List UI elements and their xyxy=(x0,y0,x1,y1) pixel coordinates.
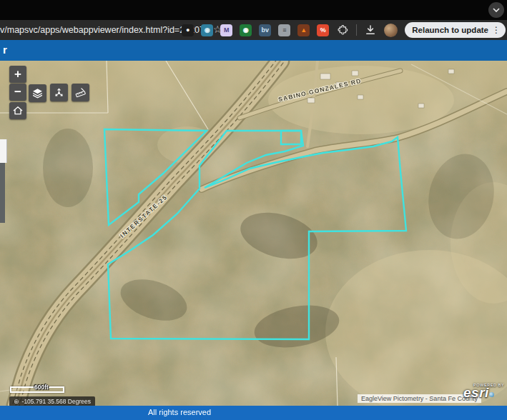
coordinates-text: -105.791 35.568 Degrees xyxy=(22,398,91,405)
bv-extension-icon[interactable]: bv xyxy=(259,24,271,36)
green-dot-extension-icon[interactable]: ◉ xyxy=(240,24,252,36)
relaunch-update-button[interactable]: Relaunch to update ⋮ xyxy=(405,22,506,38)
home-extent-button[interactable] xyxy=(9,102,26,119)
m-extension-icon[interactable]: M xyxy=(220,24,232,36)
share-arrows-icon xyxy=(53,86,65,99)
browser-toolbar: v/mapsvc/apps/webappviewer/index.html?id… xyxy=(0,20,507,41)
scale-bar-label: 600ft xyxy=(34,384,49,391)
home-icon xyxy=(12,105,24,116)
screen: { "browser": { "url": "v/mapsvc/apps/web… xyxy=(0,0,507,420)
share-button[interactable] xyxy=(50,84,68,101)
zoom-out-button[interactable]: − xyxy=(9,84,26,101)
downloads-icon[interactable] xyxy=(364,24,377,36)
zoom-in-button[interactable]: + xyxy=(9,66,26,83)
menu-dots-icon[interactable]: ⋮ xyxy=(492,25,501,35)
percent-extension-icon[interactable]: % xyxy=(317,24,329,36)
app-footer: All rights reserved xyxy=(0,406,507,420)
chevron-down-icon xyxy=(493,8,500,12)
fox-extension-icon[interactable]: ▲ xyxy=(297,24,310,36)
esri-logo-block: POWERED BY esri xyxy=(463,383,505,400)
camera-extension-icon[interactable]: ◉ xyxy=(201,24,213,36)
measure-button[interactable] xyxy=(72,84,89,101)
app-header: r xyxy=(0,40,507,61)
tab-search-button[interactable] xyxy=(488,2,504,18)
cat-extension-icon[interactable]: ● xyxy=(182,24,194,36)
address-bar[interactable]: v/mapsvc/apps/webappviewer/index.html?id… xyxy=(0,20,212,40)
app-title-partial: r xyxy=(3,40,7,61)
layers-icon xyxy=(31,87,44,99)
map-viewport[interactable]: SABINO GONZALES RD INTERSTATE-25 + − xyxy=(0,61,507,406)
layers-button[interactable] xyxy=(29,84,46,102)
esri-globe-icon xyxy=(489,392,494,397)
map-canvas[interactable]: SABINO GONZALES RD INTERSTATE-25 xyxy=(0,61,507,406)
toolbar-separator xyxy=(356,24,357,36)
profile-avatar[interactable] xyxy=(384,24,398,37)
crosshair-icon[interactable]: ⊕ xyxy=(14,399,19,405)
map-attribution: EagleView Pictometry - Santa Fe County xyxy=(358,394,481,403)
relaunch-label: Relaunch to update xyxy=(412,26,488,34)
coordinates-badge: ⊕ -105.791 35.568 Degrees xyxy=(9,396,95,406)
extensions-puzzle-icon[interactable] xyxy=(336,24,349,36)
browser-top-strip xyxy=(0,0,507,20)
toolbar-right-cluster: ● ◉ M ◉ bv ≡ ▲ % Relaunch to update ⋮ xyxy=(182,20,506,40)
measure-icon xyxy=(74,86,87,99)
left-scrollbar-edge[interactable] xyxy=(0,163,5,223)
esri-logo: esri xyxy=(463,385,489,400)
globe-extension-icon[interactable]: ≡ xyxy=(278,24,290,36)
footer-text: All rights reserved xyxy=(148,406,211,420)
left-panel-edge xyxy=(0,139,7,163)
